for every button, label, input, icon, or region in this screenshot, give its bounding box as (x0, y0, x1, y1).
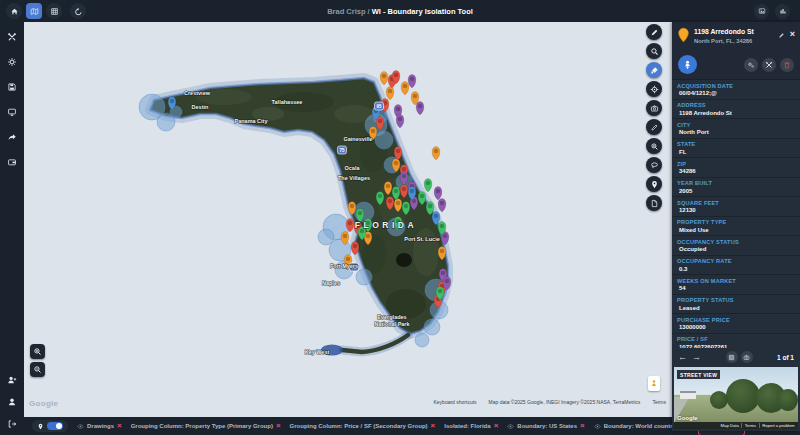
header-image-button[interactable] (754, 4, 769, 19)
toggle-switch[interactable] (47, 422, 63, 430)
sidebar-share-button[interactable] (7, 132, 17, 142)
zoom-controls (30, 344, 45, 377)
pager-grid-button[interactable] (726, 351, 738, 363)
street-view-link[interactable]: Map Data (718, 423, 741, 428)
city-label: Gainesville (343, 136, 372, 142)
keyboard-shortcuts-link[interactable]: Keyboard shortcuts (433, 399, 476, 405)
tool-doc-button[interactable] (646, 195, 662, 211)
pin-icon (37, 423, 44, 430)
tool-camera-button[interactable] (646, 100, 662, 116)
prev-record-button[interactable]: ← (678, 353, 687, 362)
chip-label: Boundary: US States (517, 423, 577, 429)
chip-remove-icon[interactable]: × (494, 422, 499, 430)
grid-icon (728, 354, 735, 361)
property-gears-button[interactable] (744, 58, 758, 72)
next-record-button[interactable]: → (692, 353, 701, 362)
property-tools-button[interactable] (762, 58, 776, 72)
road-shield: 75 (338, 146, 347, 154)
close-panel-button[interactable]: × (790, 31, 795, 38)
map-pin[interactable] (434, 187, 442, 201)
field-label: PROPERTY STATUS (677, 297, 800, 303)
pegman-button[interactable] (648, 376, 660, 391)
field-value: 1198 Arredondo St (679, 110, 800, 116)
sidebar-monitor-button[interactable] (7, 107, 17, 117)
chip-visibility[interactable] (507, 423, 514, 430)
chip-visibility[interactable] (594, 423, 601, 430)
chip-remove-icon[interactable]: × (276, 422, 281, 430)
tool-pin-button[interactable] (646, 176, 662, 192)
magnify-plus-icon (33, 347, 42, 356)
street-view-link[interactable]: Report a problem (759, 423, 797, 428)
undo-icon (74, 7, 83, 16)
zoom-out-button[interactable] (30, 362, 45, 377)
header-map-button[interactable] (26, 3, 42, 19)
field-row: PRICE / SF1072.6072607261 (672, 334, 800, 349)
tool-pencil-button[interactable] (646, 119, 662, 135)
terms-link[interactable]: Terms (652, 399, 666, 405)
header-chart-add-button[interactable] (775, 4, 790, 19)
edit-property-button[interactable] (778, 27, 785, 42)
svg-text:95: 95 (376, 104, 382, 109)
pager-camera-button[interactable] (741, 351, 753, 363)
street-view-panel[interactable]: STREET VIEW Google Map DataTermsReport a… (674, 367, 798, 429)
field-label: STATE (677, 141, 800, 147)
sidebar-wallet-button[interactable] (7, 157, 17, 167)
sidebar-user-add-button[interactable] (7, 375, 17, 385)
tool-pen-button[interactable] (646, 24, 662, 40)
header-grid-button[interactable] (46, 3, 62, 19)
tool-target-button[interactable] (646, 81, 662, 97)
sidebar-tools-button[interactable] (7, 32, 17, 42)
map-pin[interactable] (438, 199, 446, 213)
tool-lasso-button[interactable] (646, 157, 662, 173)
field-row: STATEFL (672, 139, 800, 159)
tool-paint-button[interactable] (646, 62, 662, 78)
field-label: PURCHASE PRICE (677, 317, 800, 323)
map-pin[interactable] (396, 115, 404, 129)
street-view-link[interactable]: Terms (741, 423, 758, 428)
pager-view-buttons (726, 351, 753, 363)
field-label: ACQUISITION DATE (677, 83, 800, 89)
tool-zoom-area-button[interactable] (646, 138, 662, 154)
map-pin[interactable] (401, 82, 409, 96)
field-value: Leased (679, 305, 800, 311)
chip-remove-icon[interactable]: × (431, 422, 436, 430)
sidebar-user-button[interactable] (7, 397, 17, 407)
field-label: WEEKS ON MARKET (677, 278, 800, 284)
map-canvas[interactable]: 759575CrestviewDestinPanama CityTallahas… (24, 22, 672, 417)
street-view-drop-button[interactable] (678, 55, 697, 74)
magnify-minus-icon (33, 365, 42, 374)
map-pin[interactable] (408, 75, 416, 89)
chip-remove-icon[interactable]: × (580, 422, 585, 430)
map-pin[interactable] (386, 87, 394, 101)
header-undo-button[interactable] (70, 3, 86, 19)
sidebar-save-button[interactable] (7, 82, 17, 92)
chip-remove-icon[interactable]: × (117, 422, 122, 430)
field-row: SQUARE FEET12130 (672, 197, 800, 217)
tool-search-button[interactable] (646, 43, 662, 59)
map-data-text: Map data ©2025 Google, INEGI Imagery ©20… (489, 399, 641, 405)
marker-halo[interactable] (415, 333, 429, 347)
field-value: 00/04/1212;@ (679, 90, 800, 96)
property-trash-button[interactable] (780, 58, 794, 72)
zoom-in-button[interactable] (30, 344, 45, 359)
header-home-button[interactable] (6, 3, 22, 19)
map-pin[interactable] (380, 72, 388, 86)
marker-halo[interactable] (375, 131, 393, 149)
map-pin[interactable] (432, 147, 440, 161)
chip-visibility[interactable] (77, 423, 84, 430)
map-icon (30, 7, 39, 16)
field-value: 2005 (679, 188, 800, 194)
sidebar-settings-button[interactable] (7, 57, 17, 67)
map-pin[interactable] (424, 179, 432, 193)
marker-halo[interactable] (424, 319, 440, 335)
gears-icon (747, 61, 755, 69)
pin-visibility-toggle[interactable] (32, 420, 68, 432)
left-sidebar (0, 22, 24, 435)
map-attribution: Keyboard shortcuts Map data ©2025 Google… (433, 399, 666, 405)
sidebar-logout-button[interactable] (7, 419, 17, 429)
marker-halo[interactable] (356, 269, 372, 285)
map-image: 759575CrestviewDestinPanama CityTallahas… (24, 22, 672, 417)
marker-halo[interactable] (318, 229, 334, 245)
map-pin[interactable] (416, 102, 424, 116)
app-title-tool: WI - Boundary Isolation Tool (372, 7, 473, 16)
